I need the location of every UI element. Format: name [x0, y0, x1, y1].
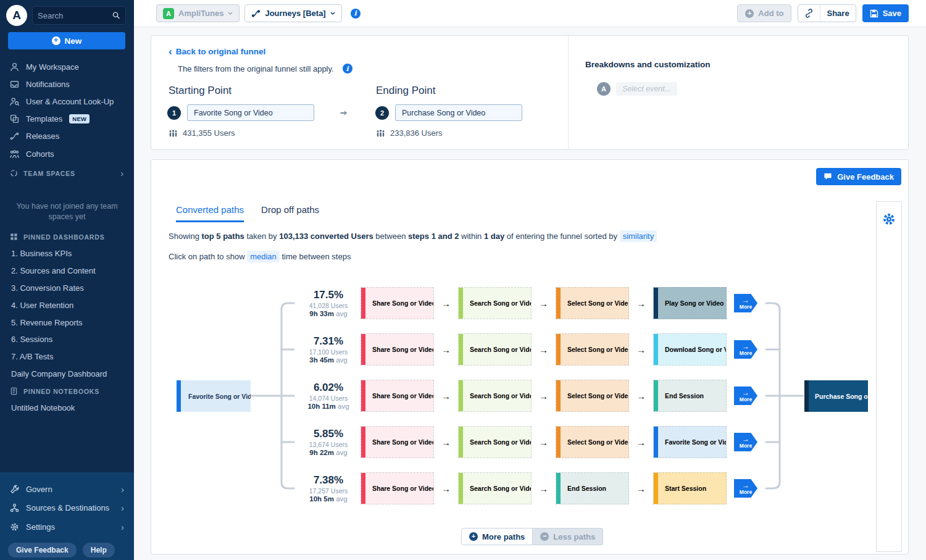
more-button[interactable]: →More [734, 433, 757, 451]
filters-note: The filters from the original funnel sti… [178, 64, 352, 73]
dashboard-link[interactable]: 3. Conversion Rates [0, 280, 134, 297]
back-to-funnel-link[interactable]: ‹ Back to original funnel [169, 47, 265, 56]
path-event-box[interactable]: End Session [556, 472, 629, 504]
path-event-box[interactable]: End Session [653, 380, 727, 412]
path-event-box[interactable]: Play Song or Video [653, 287, 727, 319]
path-event-box[interactable]: Share Song or Video [361, 472, 434, 504]
path-event-box[interactable]: Share Song or Video [361, 426, 434, 458]
dashboard-link[interactable]: 6. Sessions [0, 331, 134, 348]
more-button[interactable]: →More [734, 294, 757, 312]
path-row[interactable]: 7.31% 17,100 Users 3h 45m avg Share Song… [296, 333, 757, 366]
dashboard-link[interactable]: Daily Company Dashboard [0, 365, 134, 382]
chevron-right-icon[interactable]: › [120, 168, 124, 178]
dashboard-link[interactable]: 4. User Retention [0, 296, 134, 314]
event-color-bar [459, 334, 463, 365]
less-paths-button[interactable]: − Less paths [533, 528, 603, 545]
sidebar-item-releases[interactable]: Releases [0, 128, 134, 145]
more-button[interactable]: →More [734, 387, 757, 405]
path-event-box[interactable]: Select Song or Video [556, 333, 629, 366]
more-button[interactable]: →More [734, 340, 757, 359]
more-button[interactable]: →More [734, 479, 757, 498]
view-selector[interactable]: Journeys [Beta] [244, 4, 341, 22]
dashboard-link[interactable]: 1. Business KPIs [0, 245, 134, 262]
arrow-icon: → [629, 437, 653, 448]
path-stats: 6.02% 14,074 Users 10h 11m avg [296, 382, 361, 410]
dashboard-link[interactable]: 2. Sources and Content [0, 262, 134, 280]
path-event-box[interactable]: Share Song or Video [361, 380, 434, 412]
select-event-input[interactable]: Select event... [616, 82, 677, 96]
link-icon [804, 9, 814, 18]
new-button[interactable]: + New [8, 32, 125, 49]
path-avg-time: 10h 5m avg [296, 495, 361, 503]
users-icon [376, 129, 385, 138]
dashboards-icon [10, 233, 18, 241]
path-row[interactable]: 17.5% 41,028 Users 9h 33m avg Share Song… [296, 287, 757, 319]
path-event-box[interactable]: Search Song or Video [458, 287, 532, 319]
search-box[interactable] [32, 6, 126, 25]
path-event-box[interactable]: Share Song or Video [361, 333, 434, 366]
path-event-box[interactable]: Download Song or Video [653, 333, 727, 366]
event-color-bar [654, 380, 658, 411]
search-input[interactable] [38, 11, 112, 20]
project-selector[interactable]: A AmpliTunes [156, 4, 240, 22]
arrow-icon: → [532, 298, 556, 309]
path-event-label: Start Session [658, 485, 706, 492]
event-color-bar [459, 427, 463, 458]
path-event-box[interactable]: Search Song or Video [458, 380, 532, 412]
notebook-link[interactable]: Untitled Notebook [0, 399, 134, 417]
copy-link-button[interactable] [798, 5, 820, 22]
dashboard-link[interactable]: 5. Revenue Reports [0, 314, 134, 331]
sidebar-item-notifications[interactable]: Notifications [0, 75, 134, 93]
sidebar-item-cohorts[interactable]: Cohorts [0, 145, 134, 162]
gear-icon[interactable] [882, 212, 896, 226]
path-count-buttons: + More paths − Less paths [461, 528, 603, 545]
event-color-bar [556, 473, 561, 504]
path-stats: 7.31% 17,100 Users 3h 45m avg [296, 335, 361, 364]
path-avg-time: 3h 45m avg [296, 356, 361, 364]
users-icon [169, 129, 178, 138]
info-icon[interactable]: i [343, 64, 352, 73]
sidebar-item-sources-destinations[interactable]: Sources & Destinations› [0, 499, 134, 518]
breakdown-badge: A [597, 82, 611, 96]
path-event-label: Favorite Song or Video [658, 438, 727, 446]
path-event-box[interactable]: Start Session [653, 472, 727, 504]
path-event-box[interactable]: Search Song or Video [458, 472, 532, 504]
path-event-box[interactable]: Select Song or Video [556, 287, 629, 319]
help-button[interactable]: Help [83, 543, 115, 558]
sidebar-item-govern[interactable]: Govern› [0, 480, 134, 499]
minus-circle-icon: − [540, 532, 549, 541]
path-users: 13,674 Users [296, 441, 361, 448]
save-button[interactable]: Save [862, 4, 909, 22]
share-button[interactable]: Share [820, 5, 855, 22]
cohorts-icon [10, 149, 19, 159]
arrow-icon: → [532, 391, 556, 401]
path-event-label: Share Song or Video [365, 485, 434, 492]
arrow-icon: → [742, 343, 749, 350]
path-event-box[interactable]: Search Song or Video [458, 426, 532, 458]
path-row[interactable]: 7.38% 17,257 Users 10h 5m avg Share Song… [296, 472, 757, 504]
event-color-bar [654, 288, 658, 319]
starting-event-input[interactable] [187, 104, 314, 121]
path-row[interactable]: 6.02% 14,074 Users 10h 11m avg Share Son… [296, 380, 757, 412]
path-percentage: 5.85% [296, 428, 361, 440]
add-to-button[interactable]: + Add to [737, 4, 791, 22]
path-event-box[interactable]: Favorite Song or Video [653, 426, 727, 458]
ending-event-input[interactable] [395, 104, 522, 121]
team-spaces-header[interactable]: TEAM SPACES › [0, 164, 134, 183]
path-event-box[interactable]: Search Song or Video [458, 333, 532, 366]
sidebar-item-user-account-look-up[interactable]: User & Account Look-Up [0, 93, 134, 110]
dashboard-link[interactable]: 7. A/B Tests [0, 348, 134, 366]
path-event-box[interactable]: Select Song or Video [556, 426, 629, 458]
sidebar-item-my-workspace[interactable]: My Workspace [0, 58, 134, 75]
more-paths-button[interactable]: + More paths [461, 528, 533, 545]
amplitude-logo[interactable]: A [6, 5, 27, 26]
divider [568, 36, 569, 149]
give-feedback-button[interactable]: Give Feedback [8, 543, 77, 558]
path-event-box[interactable]: Share Song or Video [361, 287, 434, 319]
back-chevron-icon: ‹ [169, 48, 172, 56]
sidebar-item-templates[interactable]: TemplatesNEW [0, 111, 134, 128]
sidebar-item-settings[interactable]: Settings› [0, 517, 134, 537]
info-icon[interactable]: i [351, 9, 361, 19]
path-row[interactable]: 5.85% 13,674 Users 9h 22m avg Share Song… [296, 426, 757, 458]
path-event-box[interactable]: Select Song or Video [556, 380, 629, 412]
